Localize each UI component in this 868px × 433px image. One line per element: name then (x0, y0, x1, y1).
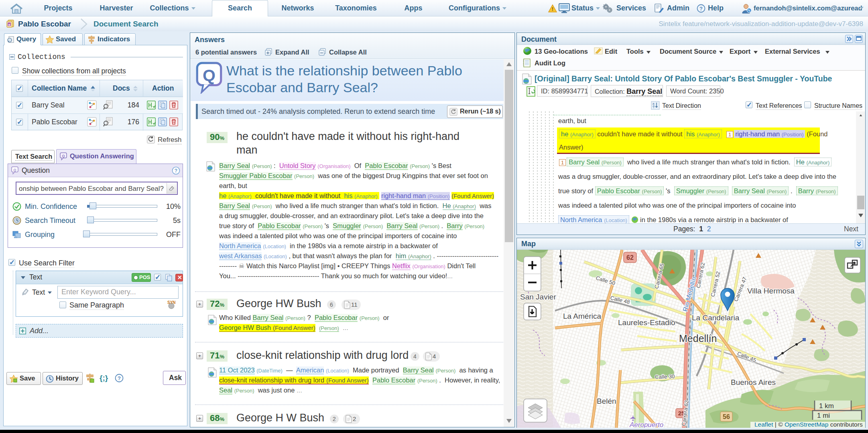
svg-text:✎: ✎ (748, 9, 751, 13)
svg-text:Q: Q (203, 66, 215, 85)
svg-text:1 mi: 1 mi (817, 412, 830, 419)
svg-text:a: a (8, 23, 10, 26)
svg-text:Aeropuerto: Aeropuerto (629, 421, 663, 428)
svg-text:La Candelaria: La Candelaria (692, 314, 740, 322)
svg-text:Belén: Belén (597, 397, 616, 405)
svg-text:Calle 30: Calle 30 (655, 373, 675, 380)
svg-text:San Javier: San Javier (520, 293, 556, 301)
svg-text:56: 56 (723, 413, 730, 420)
svg-text:!: ! (552, 6, 553, 12)
svg-text:Buenos Aires: Buenos Aires (731, 378, 776, 386)
svg-text:✈: ✈ (629, 415, 637, 421)
svg-text:SYN: SYN (167, 300, 176, 305)
svg-text:Q: Q (13, 168, 16, 172)
svg-text:a: a (653, 102, 655, 105)
svg-text:?: ? (175, 168, 177, 174)
svg-text:Laureles-Estadio: Laureles-Estadio (618, 318, 675, 327)
svg-text:La América: La América (563, 312, 601, 320)
svg-text:?: ? (118, 375, 121, 381)
svg-text:Villa Hermosa: Villa Hermosa (747, 287, 795, 295)
svg-text:62: 62 (626, 254, 634, 261)
svg-text:Medellín: Medellín (679, 333, 717, 344)
svg-text:Q: Q (62, 154, 65, 158)
svg-text:?: ? (699, 6, 703, 12)
svg-text:1 km: 1 km (819, 402, 834, 410)
svg-text:Leaflet | © OpenStreetMap cont: Leaflet | © OpenStreetMap contributors (754, 421, 863, 428)
